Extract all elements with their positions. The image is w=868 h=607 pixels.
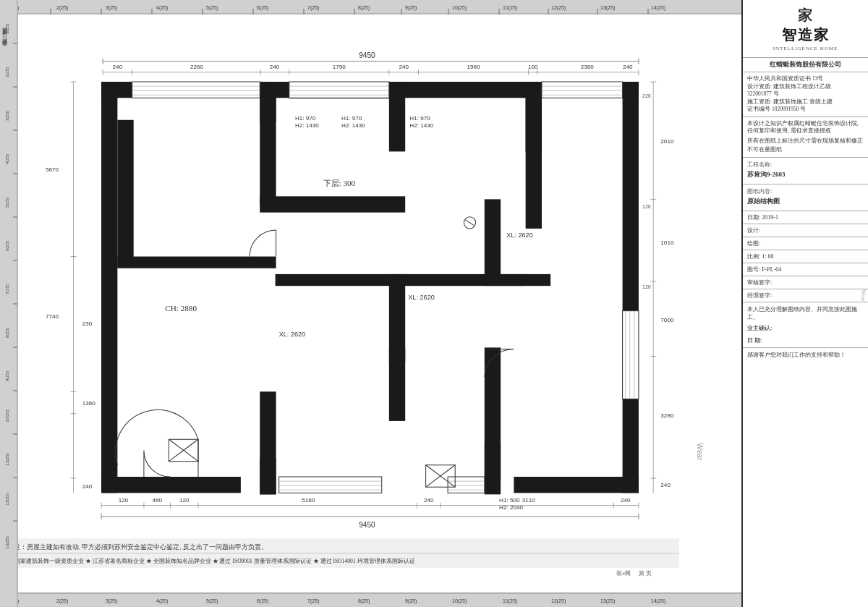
svg-text:9450: 9450 — [359, 51, 375, 59]
scale-label: 比例: — [747, 253, 760, 260]
cert-info: 中华人民共和国资质证书 13号 设计资质: 建筑装饰工程设计乙级 3220018… — [743, 72, 868, 117]
svg-text:H2: 1430: H2: 1430 — [341, 122, 365, 129]
floor-plan: 品质源于真艺、口碑来自真诚 9450 — [0, 14, 741, 593]
svg-text:H2: 1430: H2: 1430 — [409, 122, 433, 129]
svg-text:240: 240 — [623, 64, 633, 70]
review-label: 审核签字: — [747, 279, 772, 286]
logo-english: INTELLIGENCE HOME — [749, 46, 862, 51]
svg-text:7(25): 7(25) — [5, 284, 9, 294]
logo-icon: 家 — [749, 6, 862, 25]
svg-rect-62 — [389, 82, 405, 151]
svg-text:220: 220 — [642, 93, 651, 99]
svg-rect-142 — [448, 477, 485, 493]
svg-text:下层: 300: 下层: 300 — [323, 179, 356, 187]
svg-text:9(25): 9(25) — [5, 371, 9, 381]
svg-text:1790: 1790 — [333, 64, 346, 70]
svg-text:120: 120 — [642, 284, 651, 290]
svg-text:2260: 2260 — [190, 64, 204, 70]
thanks-text: 感谢客户您对我们工作的支持和帮助！ — [747, 351, 864, 360]
svg-text:9450: 9450 — [359, 521, 375, 529]
main-container: 1(25) 2(25) 3(25) 4(25) 5(25) 6(25) 7(25… — [0, 0, 868, 607]
ruler-left: 1(25) 2(25) 3(25) 4(25) 5(25) 6(25) 7(25… — [0, 0, 18, 607]
svg-rect-59 — [117, 120, 133, 267]
svg-text:6(25): 6(25) — [5, 241, 9, 251]
right-panel: 家 智造家 INTELLIGENCE HOME 红蜻蜓装饰股份有限公司 中华人民… — [741, 0, 868, 607]
number-block: 图号: F-PL-04 — [743, 263, 868, 276]
svg-rect-126 — [289, 82, 389, 98]
svg-text:10(25): 10(25) — [452, 598, 467, 604]
svg-text:240: 240 — [113, 64, 123, 70]
svg-rect-122 — [132, 82, 260, 98]
svg-text:3280: 3280 — [660, 412, 674, 419]
logo-chinese: 智造家 — [749, 25, 862, 45]
design-block: 设计: — [743, 224, 868, 237]
manager-block: 经理签字: — [743, 289, 868, 302]
drawing-content-group: 图纸内容: 原始结构图 — [743, 184, 868, 211]
svg-text:H1: 970: H1: 970 — [409, 115, 430, 122]
svg-text:7740: 7740 — [46, 313, 59, 320]
project-name-label: 工程名称: — [747, 161, 864, 169]
svg-rect-64 — [260, 196, 405, 212]
draw-label: 绘图: — [747, 240, 760, 247]
date-label: 日期: — [747, 214, 760, 221]
svg-text:XL: 2620: XL: 2620 — [408, 294, 435, 301]
owner-label: 业主确认: — [747, 324, 864, 332]
svg-text:10(25): 10(25) — [452, 5, 467, 11]
scale-value: 1: 60 — [762, 253, 773, 260]
svg-text:8(25): 8(25) — [5, 328, 9, 338]
svg-text:注意：房屋主建如有改动, 甲方必须到苏州安全鉴定中心鉴定, : 注意：房屋主建如有改动, 甲方必须到苏州安全鉴定中心鉴定, 反之出了一问题由甲方… — [7, 543, 268, 551]
svg-text:13(25): 13(25) — [600, 598, 615, 604]
svg-text:240: 240 — [399, 64, 409, 70]
svg-text:240: 240 — [660, 482, 671, 488]
cert-line3: 322001877 号 — [747, 90, 864, 98]
number-value: F-PL-04 — [762, 266, 781, 273]
svg-text:240: 240 — [270, 64, 280, 70]
svg-text:1360: 1360 — [82, 400, 96, 407]
svg-text:4(25): 4(25) — [156, 598, 168, 604]
svg-text:120: 120 — [179, 497, 190, 504]
svg-text:460: 460 — [152, 497, 162, 504]
svg-text:240: 240 — [621, 497, 631, 504]
svg-rect-74 — [260, 458, 276, 495]
svg-rect-75 — [485, 443, 501, 494]
svg-rect-134 — [279, 477, 382, 493]
confirm-text: 本人已充分理解图纸内容、并同意按此图施工。 — [747, 305, 864, 321]
cert-line4: 施工资质: 建筑装饰施工 壹级土建 — [747, 98, 864, 106]
design-label: 设计: — [747, 227, 760, 234]
drawing-value: 原始结构图 — [747, 197, 864, 208]
svg-rect-56 — [623, 82, 639, 493]
svg-text:1960: 1960 — [467, 64, 481, 70]
svg-text:H1: 970: H1: 970 — [341, 115, 362, 122]
draw-block: 绘图: — [743, 237, 868, 250]
svg-text:13(25): 13(25) — [600, 5, 615, 11]
date-value: 2019-1 — [762, 214, 778, 221]
svg-text:230: 230 — [82, 321, 93, 327]
ruler-bottom: 1(25) 2(25) 3(25) 4(25) 5(25) 6(25) 7(25… — [0, 593, 741, 607]
confirm-date-label: 日 期: — [747, 336, 864, 344]
svg-text:3110: 3110 — [522, 497, 536, 504]
svg-text:H2: 1430: H2: 1430 — [295, 122, 319, 129]
project-name-group: 工程名称: 苏肯沟9-2603 — [743, 158, 868, 184]
svg-text:14(25): 14(25) — [651, 598, 665, 604]
svg-text:5670: 5670 — [46, 166, 59, 173]
svg-text:3(25): 3(25) — [5, 111, 9, 121]
svg-text:2(25): 2(25) — [5, 67, 9, 77]
svg-text:6(25): 6(25) — [257, 598, 268, 604]
svg-text:11(25): 11(25) — [503, 5, 517, 11]
svg-rect-58 — [514, 477, 639, 493]
svg-text:Wear: Wear — [696, 443, 704, 461]
svg-text:4(25): 4(25) — [5, 154, 9, 164]
drawing-area: 1(25) 2(25) 3(25) 4(25) 5(25) 6(25) 7(25… — [0, 0, 741, 607]
review-block: 审核签字: — [743, 276, 868, 289]
svg-text:3(25): 3(25) — [106, 5, 117, 11]
svg-text:2010: 2010 — [660, 138, 674, 145]
date-block: 日期: 2019-1 — [743, 211, 868, 224]
cert-line1: 中华人民共和国资质证书 13号 — [747, 75, 864, 83]
svg-text:5(25): 5(25) — [206, 5, 218, 11]
svg-rect-61 — [260, 82, 276, 207]
confirm-group: 本人已充分理解图纸内容、并同意按此图施工。 业主确认: 日 期: — [743, 302, 868, 348]
note-line3: 不可在量图纸 — [747, 146, 864, 154]
svg-rect-55 — [101, 82, 117, 493]
svg-text:5(25): 5(25) — [206, 598, 218, 604]
svg-text:120: 120 — [642, 204, 651, 210]
